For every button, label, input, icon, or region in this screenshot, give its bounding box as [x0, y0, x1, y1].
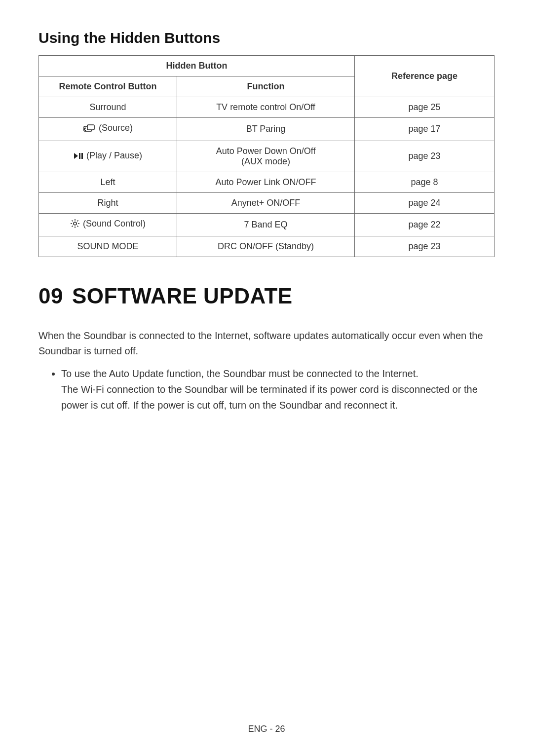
th-function: Function — [177, 76, 355, 97]
ref-cell: page 22 — [355, 213, 495, 236]
svg-rect-1 — [79, 153, 80, 159]
table-row: Surround TV remote control On/Off page 2… — [39, 97, 495, 118]
section-title: Using the Hidden Buttons — [38, 30, 495, 46]
bullet-list: To use the Auto Update function, the Sou… — [38, 366, 495, 413]
ref-cell: page 8 — [355, 172, 495, 192]
hidden-buttons-table: Hidden Button Reference page Remote Cont… — [38, 55, 495, 257]
function-cell: 7 Band EQ — [177, 213, 355, 236]
th-reference: Reference page — [355, 56, 495, 97]
function-cell: Auto Power Link ON/OFF — [177, 172, 355, 192]
remote-label: Surround — [89, 102, 126, 113]
ref-cell: page 24 — [355, 192, 495, 213]
table-row: (Source) BT Paring page 17 — [39, 118, 495, 141]
bullet-line1: To use the Auto Update function, the Sou… — [61, 368, 419, 379]
ref-cell: page 17 — [355, 118, 495, 141]
source-icon — [83, 123, 96, 133]
gear-icon — [70, 219, 80, 228]
th-remote: Remote Control Button — [39, 76, 177, 97]
list-item: To use the Auto Update function, the Sou… — [61, 366, 495, 413]
table-row: SOUND MODE DRC ON/OFF (Standby) page 23 — [39, 236, 495, 257]
remote-label: Right — [39, 192, 177, 213]
remote-label: (Sound Control) — [83, 219, 146, 229]
remote-label: (Play / Pause) — [86, 151, 142, 161]
remote-label: Left — [39, 172, 177, 192]
remote-label: SOUND MODE — [39, 236, 177, 257]
function-cell: TV remote control On/Off — [177, 97, 355, 118]
function-cell: BT Paring — [177, 118, 355, 141]
playpause-icon — [74, 152, 83, 159]
ref-cell: page 25 — [355, 97, 495, 118]
chapter-heading: 09 SOFTWARE UPDATE — [38, 284, 495, 308]
table-row: (Sound Control) 7 Band EQ page 22 — [39, 213, 495, 236]
function-cell: Auto Power Down On/Off (AUX mode) — [177, 141, 355, 172]
function-cell: Anynet+ ON/OFF — [177, 192, 355, 213]
table-row: Right Anynet+ ON/OFF page 24 — [39, 192, 495, 213]
intro-paragraph: When the Soundbar is connected to the In… — [38, 328, 495, 359]
function-cell: DRC ON/OFF (Standby) — [177, 236, 355, 257]
ref-cell: page 23 — [355, 236, 495, 257]
ref-cell: page 23 — [355, 141, 495, 172]
table-row: Left Auto Power Link ON/OFF page 8 — [39, 172, 495, 192]
chapter-number: 09 — [38, 284, 63, 308]
page-footer: ENG - 26 — [0, 724, 533, 734]
remote-label: (Source) — [99, 123, 133, 133]
chapter-title: SOFTWARE UPDATE — [72, 284, 293, 308]
bullet-line2: The Wi-Fi connection to the Soundbar wil… — [61, 381, 495, 413]
table-row: (Play / Pause) Auto Power Down On/Off (A… — [39, 141, 495, 172]
th-hidden-button: Hidden Button — [39, 56, 355, 76]
svg-point-3 — [74, 222, 76, 225]
svg-rect-2 — [81, 153, 83, 159]
svg-rect-0 — [87, 125, 94, 130]
